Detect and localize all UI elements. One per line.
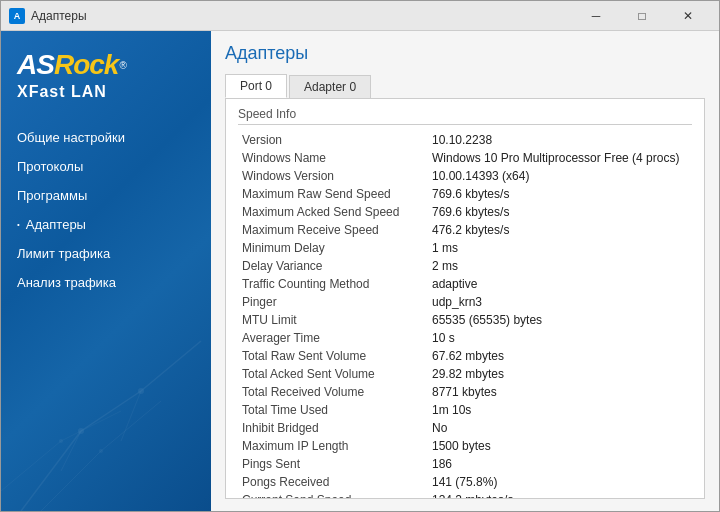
minimize-button[interactable]: ─ [573,1,619,31]
close-button[interactable]: ✕ [665,1,711,31]
row-value: 1 ms [428,239,692,257]
sidebar-item-general[interactable]: Общие настройки [1,123,211,152]
row-value: 65535 (65535) bytes [428,311,692,329]
table-row: Total Acked Sent Volume29.82 mbytes [238,365,692,383]
table-row: Pongs Received141 (75.8%) [238,473,692,491]
svg-point-12 [59,439,63,443]
sidebar-item-label-protocols: Протоколы [17,159,83,174]
table-row: Current Send Speed134.2 mbytes/s [238,491,692,499]
table-row: Traffic Counting Methodadaptive [238,275,692,293]
sidebar-decoration [1,311,211,511]
svg-point-10 [138,388,144,394]
svg-line-7 [61,431,81,471]
svg-line-5 [1,441,61,491]
table-row: Maximum Acked Send Speed769.6 kbytes/s [238,203,692,221]
section-label: Speed Info [238,107,692,125]
row-key: Windows Version [238,167,428,185]
sidebar: ASRock® XFast LAN Общие настройки Проток… [1,31,211,511]
table-row: Maximum Raw Send Speed769.6 kbytes/s [238,185,692,203]
maximize-button[interactable]: □ [619,1,665,31]
sidebar-item-adapters[interactable]: • Адаптеры [1,210,211,239]
tab-adapter0[interactable]: Adapter 0 [289,75,371,98]
table-row: Minimum Delay1 ms [238,239,692,257]
sidebar-item-traffic-analysis[interactable]: Анализ трафика [1,268,211,297]
svg-line-2 [141,341,201,391]
svg-line-0 [21,431,81,511]
row-value: 769.6 kbytes/s [428,203,692,221]
row-key: Traffic Counting Method [238,275,428,293]
row-key: Inhibit Bridged [238,419,428,437]
sidebar-item-label-general: Общие настройки [17,130,125,145]
sidebar-item-protocols[interactable]: Протоколы [1,152,211,181]
row-value: 29.82 mbytes [428,365,692,383]
app-icon: A [9,8,25,24]
table-row: Pingerudp_krn3 [238,293,692,311]
row-value: Windows 10 Pro Multiprocessor Free (4 pr… [428,149,692,167]
row-key: Current Send Speed [238,491,428,499]
panel-title: Адаптеры [225,43,705,64]
table-row: Total Time Used1m 10s [238,401,692,419]
row-key: Maximum Acked Send Speed [238,203,428,221]
logo-subtitle: XFast LAN [17,83,195,101]
table-row: Pings Sent186 [238,455,692,473]
tab-port0[interactable]: Port 0 [225,74,287,98]
table-row: Delay Variance2 ms [238,257,692,275]
right-panel: Адаптеры Port 0 Adapter 0 Speed Info Ver… [211,31,719,511]
window-controls: ─ □ ✕ [573,1,711,31]
sidebar-item-programs[interactable]: Программы [1,181,211,210]
row-value: adaptive [428,275,692,293]
row-value: 1500 bytes [428,437,692,455]
svg-point-9 [78,428,84,434]
row-key: Total Acked Sent Volume [238,365,428,383]
sidebar-item-label-traffic-limit: Лимит трафика [17,246,110,261]
sidebar-item-label-programs: Программы [17,188,87,203]
row-value: 1m 10s [428,401,692,419]
titlebar: A Адаптеры ─ □ ✕ [1,1,719,31]
table-row: Maximum IP Length1500 bytes [238,437,692,455]
row-value: 476.2 kbytes/s [428,221,692,239]
svg-point-11 [99,449,103,453]
row-value: 8771 kbytes [428,383,692,401]
table-row: Version10.10.2238 [238,131,692,149]
logo-as: AS [17,49,54,81]
row-key: Pings Sent [238,455,428,473]
table-row: Inhibit BridgedNo [238,419,692,437]
logo-registered: ® [119,60,126,71]
row-key: Windows Name [238,149,428,167]
table-row: Windows Version10.00.14393 (x64) [238,167,692,185]
sidebar-item-traffic-limit[interactable]: Лимит трафика [1,239,211,268]
content-area: ASRock® XFast LAN Общие настройки Проток… [1,31,719,511]
row-value: 769.6 kbytes/s [428,185,692,203]
table-row: Maximum Receive Speed476.2 kbytes/s [238,221,692,239]
sidebar-item-label-traffic-analysis: Анализ трафика [17,275,116,290]
row-key: Minimum Delay [238,239,428,257]
sidebar-logo: ASRock® XFast LAN [1,31,211,113]
row-value: 67.62 mbytes [428,347,692,365]
row-value: 10.10.2238 [428,131,692,149]
row-value: 2 ms [428,257,692,275]
row-key: Maximum Receive Speed [238,221,428,239]
logo-asrock: ASRock® [17,49,195,81]
row-value: No [428,419,692,437]
svg-line-3 [41,451,101,511]
info-panel[interactable]: Speed Info Version10.10.2238Windows Name… [225,98,705,499]
main-window: A Адаптеры ─ □ ✕ ASRock® XFast LAN Общие… [0,0,720,512]
svg-line-4 [101,401,161,451]
row-value: 10.00.14393 (x64) [428,167,692,185]
row-key: Pongs Received [238,473,428,491]
table-row: Total Raw Sent Volume67.62 mbytes [238,347,692,365]
row-value: 141 (75.8%) [428,473,692,491]
logo-rock: Rock [54,49,118,81]
row-key: Total Raw Sent Volume [238,347,428,365]
row-key: Maximum IP Length [238,437,428,455]
svg-line-6 [61,411,121,441]
table-row: MTU Limit65535 (65535) bytes [238,311,692,329]
active-bullet: • [17,220,20,229]
row-value: 186 [428,455,692,473]
row-value: 10 s [428,329,692,347]
sidebar-item-label-adapters: Адаптеры [26,217,86,232]
row-key: Delay Variance [238,257,428,275]
table-row: Windows NameWindows 10 Pro Multiprocesso… [238,149,692,167]
table-row: Total Received Volume8771 kbytes [238,383,692,401]
tabs-row: Port 0 Adapter 0 [225,74,705,98]
